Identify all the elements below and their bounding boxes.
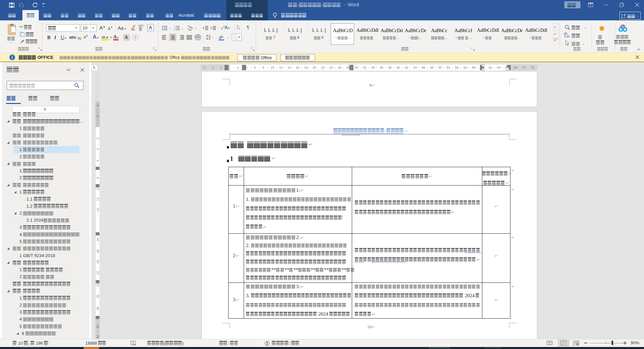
svg-text:3: 3 [174,29,175,30]
